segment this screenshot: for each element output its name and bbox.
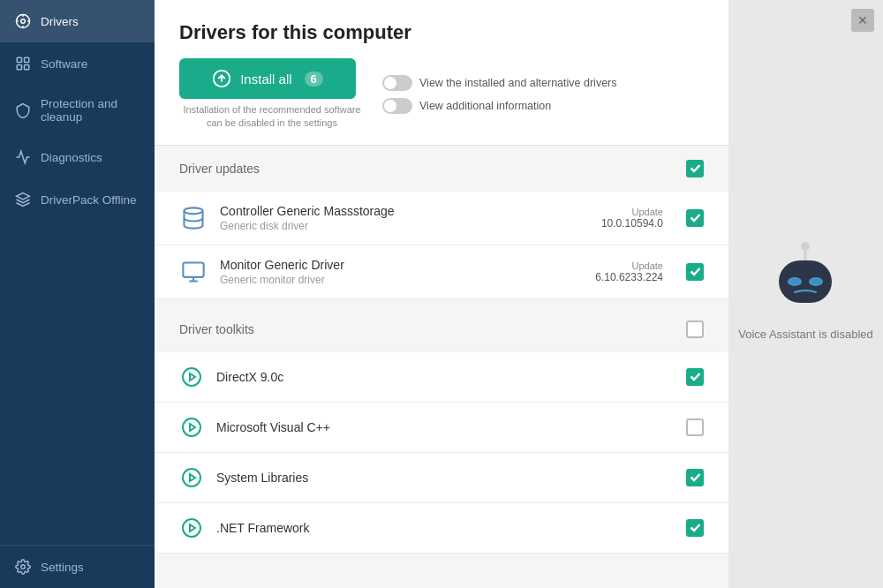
driver-2-version: 6.10.6233.224 — [595, 271, 663, 283]
toolkit-2-checkbox[interactable] — [686, 418, 704, 436]
install-all-button[interactable]: Install all 6 — [179, 58, 356, 99]
voice-assistant-text: Voice Assistant is disabled — [738, 327, 872, 343]
protection-icon — [14, 102, 32, 119]
content-area: Driver updates Controller Generic Massst… — [155, 146, 728, 588]
settings-label: Settings — [41, 561, 84, 574]
driver-2-name: Monitor Generic Driver — [220, 258, 583, 272]
driver-row-2: Monitor Generic Driver Generic monitor d… — [155, 245, 728, 299]
driver-row-1: Controller Generic Massstorage Generic d… — [155, 192, 728, 245]
install-badge: 6 — [305, 72, 323, 87]
toolkit-row-2: Microsoft Visual C++ — [155, 403, 728, 453]
header-controls: Install all 6 Installation of the recomm… — [179, 58, 704, 131]
driver-1-name: Controller Generic Massstorage — [220, 204, 589, 218]
software-icon — [14, 55, 32, 72]
sidebar-bottom: Settings — [0, 545, 155, 588]
sidebar-item-software[interactable]: Software — [0, 42, 155, 85]
install-btn-wrapper: Install all 6 Installation of the recomm… — [179, 58, 365, 131]
dotnet-icon — [179, 516, 204, 540]
driver-2-sub: Generic monitor driver — [220, 274, 583, 286]
sidebar-protection-label: Protection and cleanup — [41, 97, 140, 124]
svg-marker-18 — [190, 373, 195, 381]
toolkit-2-info: Microsoft Visual C++ — [216, 420, 674, 434]
sidebar-item-settings[interactable]: Settings — [0, 546, 155, 588]
sidebar-offline-label: DriverPack Offline — [41, 193, 137, 207]
driver-2-checkbox[interactable] — [686, 263, 704, 281]
drivers-icon — [14, 12, 32, 30]
toggle-installed-drivers[interactable] — [382, 75, 412, 91]
sidebar-item-protection[interactable]: Protection and cleanup — [0, 85, 155, 136]
svg-marker-22 — [190, 474, 195, 481]
install-icon — [212, 69, 231, 88]
toggle1-label: View the installed and alternative drive… — [419, 77, 617, 89]
driver-2-info: Monitor Generic Driver Generic monitor d… — [220, 258, 583, 286]
toolkit-row-4: .NET Framework — [155, 503, 728, 554]
toolkit-4-info: .NET Framework — [216, 521, 674, 535]
sidebar-drivers-label: Drivers — [41, 15, 79, 28]
toggle-row-1: View the installed and alternative drive… — [382, 75, 617, 91]
toolkit-4-name: .NET Framework — [216, 521, 674, 535]
driver-1-checkbox[interactable] — [686, 209, 704, 227]
syslib-icon — [179, 465, 204, 490]
robot-svg — [770, 241, 841, 320]
toolkit-3-info: System Libraries — [216, 471, 674, 485]
driver-toolkits-title: Driver toolkits — [179, 322, 254, 336]
svg-marker-10 — [17, 193, 30, 200]
toggle-additional-info[interactable] — [382, 98, 412, 114]
toggle2-label: View additional information — [419, 100, 551, 112]
sidebar-software-label: Software — [41, 57, 87, 71]
toolkit-4-checkbox[interactable] — [686, 519, 704, 537]
robot-container: Voice Assistant is disabled — [738, 245, 872, 343]
settings-icon — [14, 558, 32, 576]
toolkit-3-checkbox[interactable] — [686, 469, 704, 486]
svg-rect-6 — [17, 57, 21, 62]
offline-icon — [14, 191, 32, 208]
close-button[interactable]: ✕ — [851, 9, 874, 32]
svg-rect-8 — [17, 65, 21, 70]
driver-updates-checkbox[interactable] — [686, 160, 704, 177]
sidebar-item-diagnostics[interactable]: Diagnostics — [0, 136, 155, 178]
svg-point-17 — [183, 368, 200, 386]
svg-marker-20 — [190, 424, 195, 431]
robot-body — [770, 245, 841, 316]
driver-1-sub: Generic disk driver — [220, 220, 589, 232]
svg-point-25 — [801, 242, 810, 251]
main-header: Drivers for this computer Install all 6 … — [155, 0, 728, 146]
svg-point-1 — [21, 19, 26, 24]
right-panel: ✕ Voice Assistant is disabled — [728, 0, 883, 588]
svg-point-23 — [183, 519, 200, 537]
diagnostics-icon — [14, 148, 32, 166]
main-content: Drivers for this computer Install all 6 … — [155, 0, 728, 588]
svg-rect-14 — [183, 262, 203, 276]
driver-updates-section-header: Driver updates — [155, 146, 728, 192]
sidebar: Drivers Software Protection and cleanup — [0, 0, 155, 588]
disk-icon — [179, 204, 208, 232]
driver-toolkits-checkbox[interactable] — [686, 320, 704, 338]
directx-icon — [179, 365, 204, 389]
toolkit-1-checkbox[interactable] — [686, 368, 704, 386]
driver-1-update: Update 10.0.10594.0 — [601, 207, 663, 230]
svg-point-13 — [185, 207, 203, 214]
toolkit-3-name: System Libraries — [216, 471, 674, 485]
driver-2-update: Update 6.10.6233.224 — [595, 260, 663, 283]
driver-updates-title: Driver updates — [179, 162, 260, 176]
driver-1-update-label: Update — [601, 207, 663, 217]
toolkit-2-name: Microsoft Visual C++ — [216, 420, 674, 434]
svg-rect-27 — [779, 260, 832, 303]
vcpp-icon — [179, 415, 204, 440]
install-btn-label: Install all — [240, 72, 291, 87]
toolkit-1-name: DirectX 9.0c — [216, 370, 674, 384]
svg-rect-9 — [25, 65, 29, 70]
sidebar-item-drivers[interactable]: Drivers — [0, 0, 155, 42]
driver-1-info: Controller Generic Massstorage Generic d… — [220, 204, 589, 232]
svg-rect-7 — [25, 57, 29, 62]
svg-point-11 — [21, 565, 26, 569]
sidebar-diagnostics-label: Diagnostics — [41, 151, 102, 164]
monitor-icon — [179, 258, 208, 286]
page-title: Drivers for this computer — [179, 21, 704, 44]
svg-marker-24 — [190, 524, 195, 531]
svg-point-30 — [790, 279, 799, 284]
svg-point-19 — [183, 418, 200, 436]
toolkit-row-3: System Libraries — [155, 453, 728, 503]
driver-2-update-label: Update — [595, 260, 663, 271]
sidebar-item-offline[interactable]: DriverPack Offline — [0, 178, 155, 221]
